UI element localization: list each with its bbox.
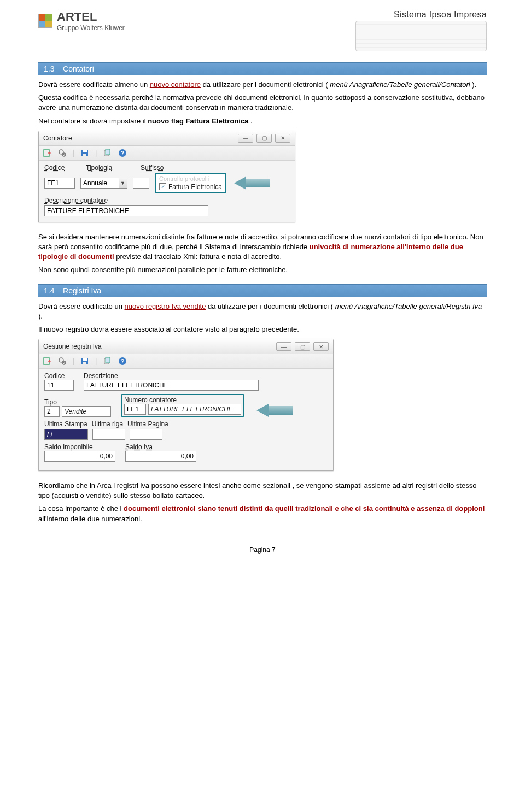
fattura-elettronica-group: Controllo protocolli ✓ Fattura Elettroni…: [155, 173, 226, 193]
minimize-button[interactable]: —: [276, 342, 291, 351]
saldo-imponibile-input[interactable]: [44, 451, 115, 462]
brand-name: ARTEL: [57, 10, 125, 24]
section-number: 1.3: [44, 64, 54, 73]
tipo-name-value: Vendite: [62, 406, 111, 417]
link-nuovo-registro: nuovo registro Iva vendite: [125, 302, 206, 310]
fattura-elettronica-checkbox[interactable]: ✓: [159, 183, 166, 190]
save-icon[interactable]: [80, 356, 90, 366]
numcont-name-value: FATTURE ELETTRONICHE: [148, 404, 241, 415]
window-titlebar[interactable]: Contatore — ▢ ✕: [39, 131, 295, 146]
label-saldo-imponibile: Saldo Imponibile: [44, 443, 115, 451]
window-title: Gestione registri Iva: [43, 343, 102, 350]
section-number: 1.4: [44, 286, 54, 295]
tipologia-select[interactable]: ▼: [80, 178, 127, 189]
help-icon[interactable]: ?: [118, 356, 127, 366]
label-descrizione: Descrizione contatore: [44, 197, 289, 204]
tipo-code-input[interactable]: [44, 406, 60, 417]
page-footer: Pagina 7: [38, 546, 487, 554]
label-ultima-riga: Ultima riga: [92, 420, 123, 428]
window-titlebar[interactable]: Gestione registri Iva — ▢ ✕: [39, 339, 333, 354]
label-tipologia: Tipologia: [86, 164, 132, 172]
window-toolbar: | | ?: [39, 354, 333, 369]
svg-text:?: ?: [121, 358, 125, 364]
brand-logo-left: ARTEL Gruppo Wolters Kluwer: [38, 10, 125, 32]
suffisso-input[interactable]: [133, 178, 149, 189]
window-toolbar: | | ?: [39, 146, 295, 161]
section-title: Contatori: [63, 64, 94, 73]
brand-logo-right: Sistema Ipsoa Impresa: [355, 10, 487, 51]
svg-line-13: [63, 362, 65, 364]
label-codice: Codice: [44, 164, 77, 172]
brand-subtitle: Gruppo Wolters Kluwer: [57, 24, 125, 32]
codice-input[interactable]: [44, 380, 74, 391]
copy-icon[interactable]: [102, 148, 112, 158]
chevron-down-icon[interactable]: ▼: [119, 178, 127, 189]
svg-rect-17: [83, 362, 86, 364]
exit-icon[interactable]: [42, 356, 52, 366]
label-ultima-stampa: Ultima Stampa: [44, 420, 88, 428]
svg-rect-5: [83, 150, 87, 152]
descrizione-input[interactable]: [44, 205, 208, 216]
section-heading-contatori: 1.3 Contatori: [38, 62, 487, 75]
minimize-button[interactable]: —: [238, 134, 253, 143]
numcont-code-input[interactable]: [124, 404, 146, 415]
help-icon[interactable]: ?: [118, 148, 127, 158]
copy-icon[interactable]: [102, 356, 112, 366]
callout-arrow-icon: [256, 404, 269, 417]
save-icon[interactable]: [80, 148, 90, 158]
codice-input[interactable]: [44, 178, 75, 189]
search-icon[interactable]: [57, 148, 67, 158]
label-ultima-pagina: Ultima Pagina: [127, 420, 168, 428]
svg-rect-19: [106, 357, 110, 363]
ultima-pagina-input[interactable]: [130, 429, 162, 440]
svg-rect-16: [83, 358, 87, 361]
label-tipo: Tipo: [44, 398, 111, 406]
paragraph: Nel contatore si dovrà impostare il nuov…: [38, 116, 487, 126]
label-saldo-iva: Saldo Iva: [125, 443, 196, 451]
close-button[interactable]: ✕: [275, 134, 290, 143]
paragraph: Ricordiamo che in Arca i registri iva po…: [38, 481, 487, 501]
svg-line-2: [63, 154, 65, 156]
paragraph: Non sono quindi consentite più numerazio…: [38, 265, 487, 275]
label-suffisso: Suffisso: [141, 164, 164, 172]
window-title: Contatore: [43, 134, 72, 142]
svg-rect-6: [83, 154, 86, 156]
link-nuovo-contatore: nuovo contatore: [150, 80, 201, 89]
label-codice: Codice: [44, 372, 74, 380]
page-header: ARTEL Gruppo Wolters Kluwer Sistema Ipso…: [38, 10, 487, 51]
close-button[interactable]: ✕: [313, 342, 329, 351]
paragraph: Se si desidera mantenere numerazioni dis…: [38, 232, 487, 262]
svg-text:?: ?: [121, 150, 125, 156]
ultima-riga-input[interactable]: [92, 429, 125, 440]
paragraph: La cosa importante è che i documenti ele…: [38, 504, 487, 523]
paragraph: Questa codifica è necessaria perché la n…: [38, 93, 487, 113]
saldo-iva-input[interactable]: [125, 451, 196, 462]
maximize-button[interactable]: ▢: [256, 134, 272, 143]
ultima-stampa-input[interactable]: [44, 429, 88, 440]
label-descrizione: Descrizione: [84, 372, 259, 380]
fattura-elettronica-label: Fattura Elettronica: [168, 183, 222, 191]
window-contatore: Contatore — ▢ ✕ | | ?: [38, 131, 295, 222]
paragraph: Il nuovo registro dovrà essere associato…: [38, 325, 487, 334]
svg-rect-8: [106, 149, 110, 155]
descrizione-input[interactable]: [84, 380, 259, 391]
exit-icon[interactable]: [42, 148, 52, 158]
section-heading-registri-iva: 1.4 Registri Iva: [38, 284, 487, 297]
section-title: Registri Iva: [63, 286, 101, 295]
maximize-button[interactable]: ▢: [295, 342, 310, 351]
label-numero-contatore: Numero contatore: [124, 396, 241, 404]
system-name: Sistema Ipsoa Impresa: [355, 10, 487, 20]
window-registri-iva: Gestione registri Iva — ▢ ✕ | | ?: [38, 339, 334, 471]
search-icon[interactable]: [57, 356, 67, 366]
artel-logo-icon: [38, 14, 52, 28]
decorative-script-icon: [355, 21, 487, 51]
paragraph: Dovrà essere codificato almeno un nuovo …: [38, 80, 487, 90]
paragraph: Dovrà essere codificato un nuovo registr…: [38, 302, 487, 321]
ghost-controllo-protocolli: Controllo protocolli: [159, 175, 222, 182]
callout-arrow-icon: [234, 176, 246, 190]
numero-contatore-group: Numero contatore FATTURE ELETTRONICHE: [121, 394, 244, 417]
